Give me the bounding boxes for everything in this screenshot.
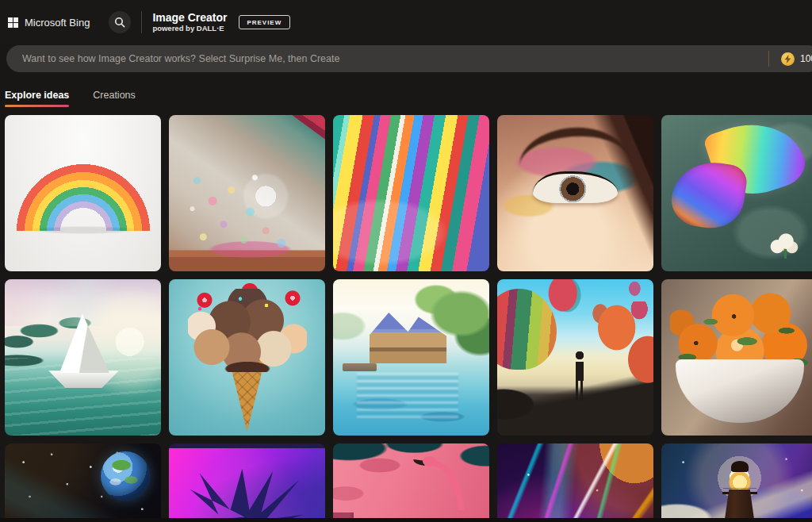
- gallery-image-glitter-pencil[interactable]: [169, 115, 325, 271]
- search-button[interactable]: [109, 11, 131, 33]
- boosts-badge[interactable]: 100: [768, 51, 812, 67]
- microsoft-logo-icon[interactable]: [8, 17, 18, 28]
- boost-count: 100: [800, 53, 812, 64]
- app-title-block: Image Creator powered by DALL·E: [152, 11, 227, 33]
- logo-square: [8, 23, 13, 28]
- rainbow-butterfly-artwork: [767, 232, 802, 259]
- paper-boat-artwork: [5, 358, 161, 436]
- tab-explore-ideas[interactable]: Explore ideas: [5, 90, 69, 107]
- app-title: Image Creator: [152, 11, 227, 24]
- gallery-image-vaporwave-palm[interactable]: [169, 443, 325, 522]
- tab-creations[interactable]: Creations: [93, 90, 136, 107]
- gallery-image-paper-boat[interactable]: [5, 279, 161, 436]
- gallery-image-neon-lasers[interactable]: [497, 443, 653, 522]
- hot-air-balloons-artwork: [596, 301, 653, 395]
- watercolor-house-artwork: [343, 363, 377, 371]
- lighthouse-night-artwork: [724, 464, 756, 494]
- oranges-bowl-artwork: [667, 295, 812, 384]
- header-divider: [141, 11, 142, 33]
- search-icon: [114, 17, 125, 28]
- gallery-image-paper-rainbow[interactable]: [5, 115, 161, 271]
- logo-square: [13, 23, 18, 28]
- gallery-image-astronaut-space[interactable]: [5, 443, 161, 522]
- window-bottom-edge: [0, 518, 812, 522]
- prompt-input[interactable]: [6, 45, 812, 72]
- gallery-image-watercolor-house[interactable]: [333, 279, 489, 436]
- lightning-coin-icon: [781, 52, 795, 66]
- gallery-image-ice-cream-cone[interactable]: [169, 279, 325, 436]
- gallery-image-eye-makeup[interactable]: [497, 115, 653, 271]
- image-grid: [5, 115, 812, 522]
- top-header: Microsoft Bing Image Creator powered by …: [0, 0, 812, 44]
- gallery-image-rainbow-ribbons[interactable]: [333, 115, 489, 271]
- ice-cream-cone-artwork: [188, 281, 307, 314]
- brand-label[interactable]: Microsoft Bing: [25, 17, 90, 29]
- gallery-image-oranges-bowl[interactable]: [661, 279, 812, 436]
- gallery-image-lighthouse-night[interactable]: [661, 443, 812, 522]
- tab-bar: Explore ideas Creations: [5, 90, 812, 107]
- preview-badge: PREVIEW: [239, 15, 291, 29]
- gallery-image-flamingo-art[interactable]: [333, 443, 489, 522]
- logo-square: [8, 17, 13, 22]
- gallery-image-hot-air-balloons[interactable]: [497, 279, 653, 436]
- gallery-image-rainbow-butterfly[interactable]: [661, 115, 812, 271]
- app-subtitle: powered by DALL·E: [152, 25, 227, 33]
- logo-square: [13, 17, 18, 22]
- prompt-bar: 100: [6, 45, 812, 72]
- flamingo-art-artwork: [429, 459, 464, 510]
